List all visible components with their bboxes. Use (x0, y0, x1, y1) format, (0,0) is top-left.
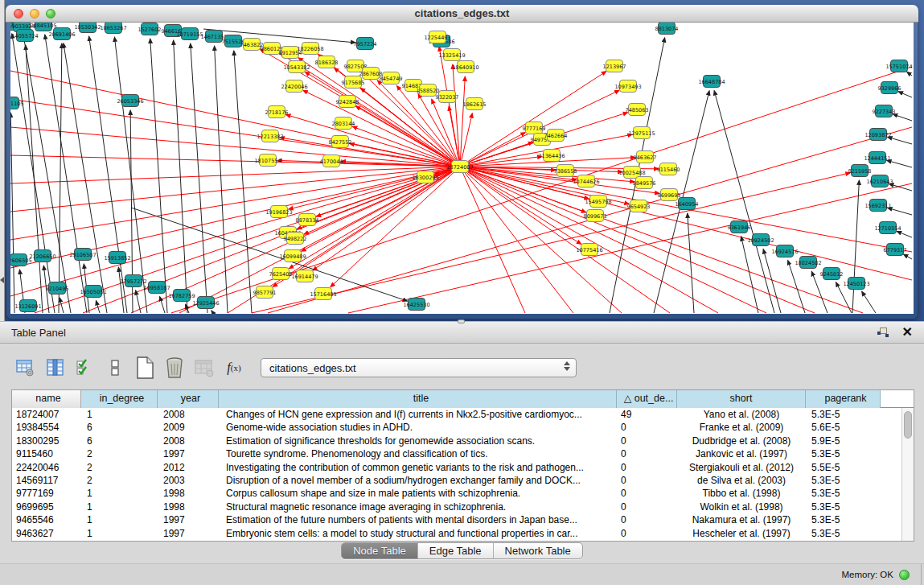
graph-node[interactable]: 8099673 (584, 210, 607, 222)
table-row[interactable]: 1456911722003Disruption of a novel membe… (12, 474, 901, 487)
table-cell[interactable]: Jankovic et al. (1997) (677, 447, 806, 460)
graph-node[interactable]: 12450123 (843, 278, 869, 290)
table-cell[interactable]: 0 (617, 487, 677, 500)
graph-node[interactable]: 9322037 (436, 91, 459, 103)
graph-node[interactable]: 9245012 (820, 268, 844, 280)
tab-edge-table[interactable]: Edge Table (418, 543, 494, 558)
table-cell[interactable]: 1998 (158, 487, 219, 500)
graph-node[interactable]: 8878334 (296, 214, 319, 226)
tab-network-table[interactable]: Network Table (494, 543, 582, 558)
column-header-in_degree[interactable]: in_degree (81, 390, 158, 408)
new-document-icon[interactable] (133, 356, 156, 380)
column-header-title[interactable]: title (219, 390, 617, 408)
graph-node[interactable]: 16425530 (403, 299, 429, 311)
table-cell[interactable]: 2 (81, 461, 158, 474)
table-cell[interactable]: 18724007 (12, 408, 81, 421)
graph-node[interactable]: 2718176 (265, 106, 289, 118)
table-cell[interactable]: Changes of HCN gene expression and I(f) … (219, 408, 617, 421)
table-cell[interactable]: 9699695 (12, 501, 81, 513)
table-row[interactable]: 1830029562008Estimation of significance … (12, 435, 901, 447)
table-cell[interactable]: Tibbo et al. (1998) (677, 487, 806, 500)
table-cell[interactable]: 5.3E-5 (806, 408, 881, 421)
table-cell[interactable]: Genome-wide association studies in ADHD. (219, 421, 617, 434)
table-cell[interactable]: Disruption of a novel member of a sodium… (219, 474, 617, 487)
table-cell[interactable]: Yano et al. (2008) (677, 408, 806, 421)
table-cell[interactable]: Dudbridge et al. (2008) (677, 435, 806, 447)
graph-node[interactable]: 1213967 (603, 60, 626, 72)
graph-node[interactable]: 7485063 (626, 104, 649, 116)
table-settings-icon[interactable] (14, 356, 37, 380)
graph-node[interactable]: 16924516 (771, 245, 798, 257)
minimize-button[interactable] (30, 9, 39, 19)
graph-node[interactable]: 9210495 (46, 282, 69, 295)
graph-node[interactable]: 20691406 (48, 28, 75, 40)
table-cell[interactable]: 0 (617, 435, 677, 447)
column-header-pagerank[interactable]: pagerank (806, 390, 881, 408)
tab-node-table[interactable]: Node Table (342, 543, 418, 558)
table-cell[interactable]: 6 (81, 435, 158, 447)
function-builder-icon[interactable]: f(x) (223, 356, 245, 380)
graph-node[interactable]: 8813074 (655, 23, 679, 35)
table-cell[interactable]: 5.3E-5 (806, 527, 881, 540)
column-header-year[interactable]: year (158, 390, 219, 408)
splitter-handle[interactable] (458, 319, 465, 323)
graph-node[interactable]: 16099489 (279, 250, 306, 262)
table-cell[interactable]: Embryonic stem cells: a model to study s… (219, 527, 617, 540)
graph-node[interactable]: 4170044 (320, 155, 343, 167)
close-panel-icon[interactable]: ✕ (902, 327, 913, 338)
collapse-arrow-icon[interactable] (0, 277, 4, 283)
table-cell[interactable]: 5.3E-5 (806, 501, 881, 513)
graph-node[interactable]: 12213383 (257, 130, 283, 142)
table-cell[interactable]: 5.9E-5 (806, 435, 881, 447)
graph-node[interactable]: 9777169 (523, 122, 546, 134)
table-cell[interactable]: 1 (81, 513, 158, 526)
graph-node[interactable]: 7386558 (554, 165, 577, 177)
table-cell[interactable]: 18300295 (12, 435, 81, 447)
table-cell[interactable]: 5.3E-5 (806, 447, 881, 460)
graph-node[interactable]: 9361946 (728, 221, 751, 233)
graph-node[interactable]: 29106507 (69, 249, 96, 261)
scrollbar-thumb[interactable] (904, 411, 912, 439)
network-canvas[interactable]: 1302762419033924208451051405572420691406… (10, 23, 914, 314)
table-row[interactable]: 1872400712008Changes of HCN gene express… (12, 408, 901, 421)
vertical-scrollbar[interactable] (901, 408, 914, 541)
table-cell[interactable]: 1998 (158, 501, 219, 513)
graph-node[interactable]: 9463627 (634, 151, 657, 163)
table-cell[interactable]: 0 (617, 501, 677, 513)
delete-icon[interactable] (163, 356, 186, 380)
zoom-button[interactable] (46, 9, 55, 19)
table-selector-dropdown[interactable]: citations_edges.txt (261, 358, 577, 377)
column-header-short[interactable]: short (677, 390, 806, 408)
table-cell[interactable]: Structural magnetic resonance image aver… (219, 501, 617, 513)
close-button[interactable] (14, 9, 23, 19)
graph-node[interactable]: 15913852 (104, 252, 130, 264)
table-cell[interactable]: 2 (81, 474, 158, 487)
graph-node[interactable]: 9857791 (253, 286, 277, 299)
table-cell[interactable]: 1 (81, 487, 158, 500)
table-cell[interactable]: Nakamura et al. (1997) (677, 513, 806, 526)
table-cell[interactable]: 1997 (158, 447, 219, 460)
graph-node[interactable]: 1640954 (676, 198, 699, 210)
table-cell[interactable]: 22420046 (12, 461, 81, 474)
table-cell[interactable]: 6 (81, 421, 158, 434)
graph-node[interactable]: 9699695 (658, 189, 681, 201)
network-window-titlebar[interactable]: citations_edges.txt (6, 5, 918, 23)
table-cell[interactable]: 1997 (158, 527, 219, 540)
graph-node[interactable]: 15495798 (585, 196, 611, 208)
graph-node[interactable]: 16782759 (168, 290, 195, 302)
graph-node[interactable]: 18530342 (74, 23, 101, 33)
table-cell[interactable]: 2003 (158, 474, 219, 487)
table-cell[interactable]: 0 (617, 461, 677, 474)
graph-node[interactable]: 8454749 (380, 72, 403, 84)
graph-node[interactable]: 9654923 (627, 200, 651, 212)
table-row[interactable]: 1938455462009Genome-wide association stu… (12, 421, 901, 434)
graph-node[interactable]: 9242848 (336, 96, 359, 108)
graph-node[interactable]: 12444151 (864, 152, 890, 164)
graph-node[interactable]: 7957224 (354, 38, 377, 50)
graph-node[interactable]: 9227343 (873, 105, 896, 117)
table-row[interactable]: 946362711997Embryonic stem cells: a mode… (12, 527, 901, 540)
graph-node[interactable]: 12975115 (628, 127, 655, 139)
graph-node[interactable]: 8215958 (848, 165, 872, 177)
table-cell[interactable]: 2 (81, 447, 158, 460)
column-edit-icon[interactable] (44, 356, 67, 380)
